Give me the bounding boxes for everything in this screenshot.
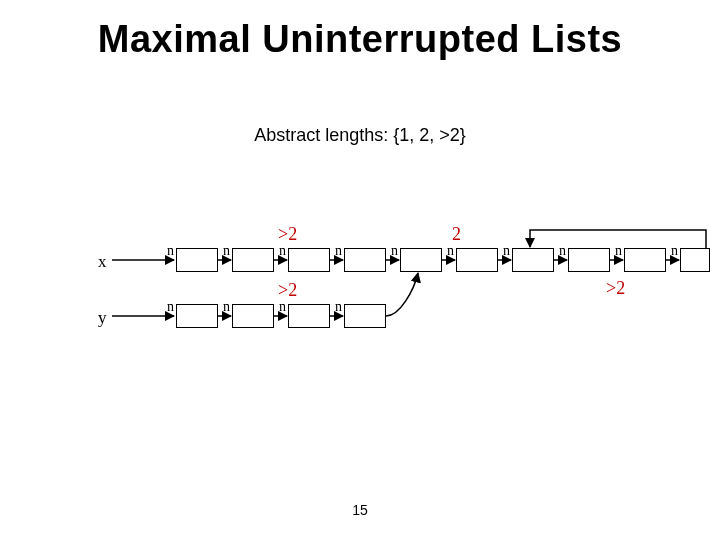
var-y: y: [98, 308, 107, 328]
list-node: [344, 248, 386, 272]
list-node: [624, 248, 666, 272]
seg-x3-label: >2: [606, 278, 625, 299]
edge-label-n: n: [279, 299, 286, 315]
edge-label-n: n: [223, 299, 230, 315]
edge-label-n: n: [671, 243, 678, 259]
list-node: [456, 248, 498, 272]
edge-label-n: n: [167, 243, 174, 259]
list-node: [344, 304, 386, 328]
edge-label-n: n: [559, 243, 566, 259]
list-node: [176, 304, 218, 328]
seg-x1-label: >2: [278, 224, 297, 245]
edge-label-n: n: [279, 243, 286, 259]
list-node: [176, 248, 218, 272]
list-node: [400, 248, 442, 272]
list-node: [512, 248, 554, 272]
list-node: [680, 248, 710, 272]
edge-label-n: n: [335, 299, 342, 315]
list-node: [288, 304, 330, 328]
seg-x2-label: 2: [452, 224, 461, 245]
seg-y1-label: >2: [278, 280, 297, 301]
edge-label-n: n: [335, 243, 342, 259]
list-node: [568, 248, 610, 272]
list-node: [232, 248, 274, 272]
edge-label-n: n: [223, 243, 230, 259]
edge-label-n: n: [391, 243, 398, 259]
edge-label-n: n: [503, 243, 510, 259]
edge-label-n: n: [167, 299, 174, 315]
diagram: x y >2 2 >2 >2 n n n n n n n n n n n: [0, 0, 720, 540]
edge-label-n: n: [615, 243, 622, 259]
edge-label-n: n: [447, 243, 454, 259]
list-node: [232, 304, 274, 328]
var-x: x: [98, 252, 107, 272]
list-node: [288, 248, 330, 272]
